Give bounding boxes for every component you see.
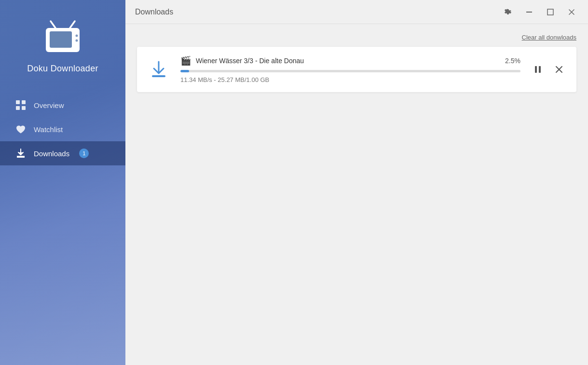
svg-rect-6 — [16, 100, 20, 104]
logo-area: Doku Downloader — [27, 19, 98, 74]
sidebar-navigation: Overview Watchlist Downloads 1 — [0, 93, 125, 165]
download-title-row: 🎬 Wiener Wässer 3/3 - Die alte Donau — [180, 55, 304, 66]
download-actions — [530, 62, 567, 77]
svg-rect-13 — [526, 12, 532, 13]
download-header: 🎬 Wiener Wässer 3/3 - Die alte Donau 2.5… — [180, 55, 520, 66]
sidebar-item-overview[interactable]: Overview — [0, 93, 125, 117]
clear-all-button[interactable]: Clear all donwloads — [522, 34, 576, 41]
progress-bar-container — [180, 70, 520, 72]
cancel-icon — [555, 66, 563, 73]
sidebar-item-downloads[interactable]: Downloads 1 — [0, 141, 125, 165]
maximize-icon — [547, 9, 554, 15]
sidebar: Doku Downloader Overview Watchlist — [0, 0, 125, 365]
download-percent: 2.5% — [505, 57, 520, 65]
download-item: 🎬 Wiener Wässer 3/3 - Die alte Donau 2.5… — [137, 47, 576, 92]
main-panel: Downloads — [125, 0, 588, 365]
app-title: Doku Downloader — [27, 64, 98, 74]
svg-point-4 — [75, 35, 78, 37]
svg-point-5 — [75, 40, 78, 42]
sidebar-item-overview-label: Overview — [34, 101, 64, 109]
sidebar-item-watchlist[interactable]: Watchlist — [0, 117, 125, 141]
content-area: Clear all donwloads 🎬 Wiener Wässer 3/3 … — [125, 24, 588, 365]
pause-button[interactable] — [530, 62, 546, 77]
pause-icon — [533, 65, 542, 74]
download-nav-icon — [15, 148, 26, 159]
titlebar: Downloads — [125, 0, 588, 24]
gear-icon — [504, 8, 512, 16]
download-stats: 11.34 MB/s - 25.27 MB/1.00 GB — [180, 76, 520, 83]
download-details: 🎬 Wiener Wässer 3/3 - Die alte Donau 2.5… — [180, 55, 520, 83]
window-controls — [501, 5, 578, 19]
download-title: Wiener Wässer 3/3 - Die alte Donau — [196, 57, 304, 65]
heart-icon — [15, 124, 26, 135]
svg-line-1 — [70, 21, 75, 28]
grid-icon — [15, 100, 26, 110]
download-item-icon — [147, 59, 171, 80]
svg-rect-14 — [547, 9, 553, 15]
settings-button[interactable] — [501, 5, 515, 19]
cancel-download-button[interactable] — [551, 62, 567, 77]
minimize-icon — [526, 12, 532, 13]
tv-logo-icon — [41, 19, 84, 58]
minimize-button[interactable] — [522, 5, 536, 19]
svg-rect-9 — [22, 106, 26, 110]
svg-rect-8 — [16, 106, 20, 110]
progress-bar-fill — [180, 70, 189, 72]
svg-rect-12 — [17, 156, 25, 158]
svg-rect-18 — [535, 66, 537, 73]
sidebar-item-downloads-label: Downloads — [34, 149, 69, 158]
sidebar-item-watchlist-label: Watchlist — [34, 125, 63, 134]
close-button[interactable] — [565, 5, 578, 19]
close-icon — [569, 9, 574, 15]
svg-rect-17 — [152, 75, 165, 77]
svg-rect-19 — [539, 66, 541, 73]
svg-rect-7 — [22, 100, 26, 104]
svg-line-0 — [51, 21, 55, 28]
downloads-badge: 1 — [79, 149, 89, 158]
svg-rect-3 — [50, 31, 72, 48]
film-icon: 🎬 — [180, 55, 191, 66]
clear-all-row: Clear all donwloads — [137, 34, 576, 41]
maximize-button[interactable] — [544, 5, 557, 19]
download-arrow-icon — [148, 59, 169, 80]
page-title: Downloads — [135, 8, 501, 16]
